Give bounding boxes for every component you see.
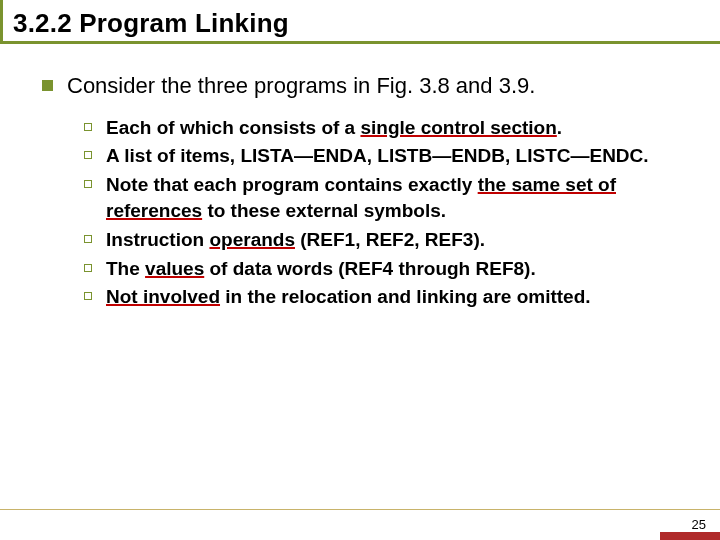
text-post: of data words (REF4 through REF8). bbox=[204, 258, 535, 279]
text-pre: Note that each program contains exactly bbox=[106, 174, 478, 195]
bullet-level1: Consider the three programs in Fig. 3.8 … bbox=[42, 72, 690, 101]
text-underline: Not involved bbox=[106, 286, 220, 307]
text-pre: The bbox=[106, 258, 145, 279]
text-post: . bbox=[557, 117, 562, 138]
slide-title: 3.2.2 Program Linking bbox=[13, 8, 710, 39]
sub-point-text: Note that each program contains exactly … bbox=[106, 172, 656, 225]
bullet-outline-square-icon bbox=[84, 151, 92, 159]
bullet-outline-square-icon bbox=[84, 123, 92, 131]
bullet-level2: Not involved in the relocation and linki… bbox=[84, 284, 690, 311]
main-point-text: Consider the three programs in Fig. 3.8 … bbox=[67, 72, 535, 101]
text-underline: operands bbox=[209, 229, 295, 250]
bullet-level2: Each of which consists of a single contr… bbox=[84, 115, 690, 142]
bullet-outline-square-icon bbox=[84, 180, 92, 188]
page-number: 25 bbox=[692, 517, 706, 532]
sub-point-text: Each of which consists of a single contr… bbox=[106, 115, 562, 142]
bullet-square-icon bbox=[42, 80, 53, 91]
bottom-divider bbox=[0, 509, 720, 510]
title-wrap: 3.2.2 Program Linking bbox=[0, 0, 720, 44]
text-post: to these external symbols. bbox=[202, 200, 446, 221]
sub-point-text: Not involved in the relocation and linki… bbox=[106, 284, 591, 311]
text-underline: values bbox=[145, 258, 204, 279]
sub-point-text: The values of data words (REF4 through R… bbox=[106, 256, 536, 283]
bullet-outline-square-icon bbox=[84, 235, 92, 243]
slide: 3.2.2 Program Linking Consider the three… bbox=[0, 0, 720, 540]
sub-point-text: A list of items, LISTA—ENDA, LISTB—ENDB,… bbox=[106, 143, 649, 170]
text-pre: Instruction bbox=[106, 229, 209, 250]
text-pre: Each of which consists of a bbox=[106, 117, 360, 138]
sub-bullet-list: Each of which consists of a single contr… bbox=[42, 115, 690, 311]
content-area: Consider the three programs in Fig. 3.8 … bbox=[0, 44, 720, 311]
bullet-level2: Instruction operands (REF1, REF2, REF3). bbox=[84, 227, 690, 254]
accent-bar bbox=[660, 532, 720, 540]
bullet-outline-square-icon bbox=[84, 292, 92, 300]
bullet-level2: Note that each program contains exactly … bbox=[84, 172, 690, 225]
text-post: in the relocation and linking are omitte… bbox=[220, 286, 591, 307]
text-underline: single control section bbox=[360, 117, 556, 138]
text-post: (REF1, REF2, REF3). bbox=[295, 229, 485, 250]
bullet-level2: A list of items, LISTA—ENDA, LISTB—ENDB,… bbox=[84, 143, 690, 170]
bullet-level2: The values of data words (REF4 through R… bbox=[84, 256, 690, 283]
text-pre: A list of items, LISTA—ENDA, LISTB—ENDB,… bbox=[106, 145, 649, 166]
bullet-outline-square-icon bbox=[84, 264, 92, 272]
sub-point-text: Instruction operands (REF1, REF2, REF3). bbox=[106, 227, 485, 254]
